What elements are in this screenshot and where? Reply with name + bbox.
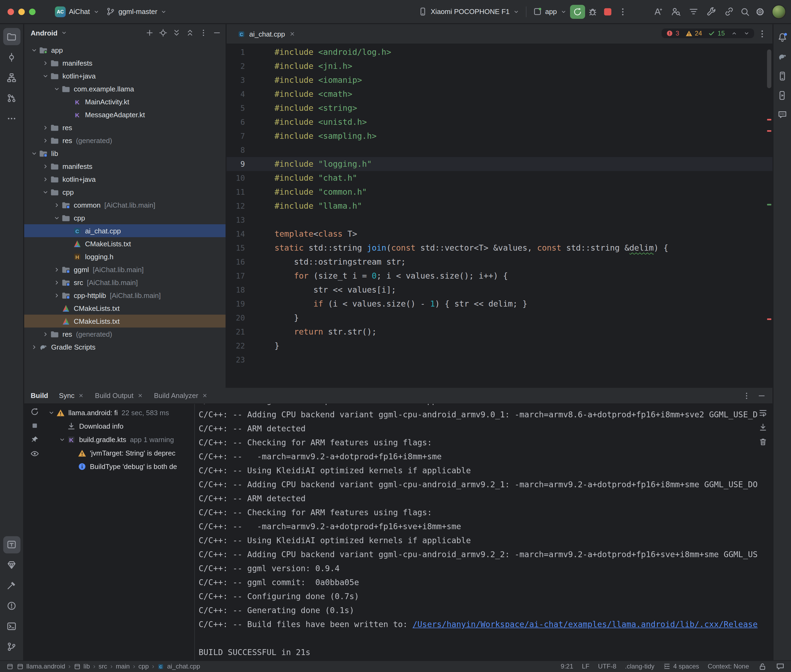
line-number[interactable]: 4 [226, 87, 245, 101]
close-tab-icon[interactable] [78, 393, 84, 398]
structure-tool-button[interactable] [3, 69, 20, 86]
breadcrumb-item[interactable]: Cai_chat.cpp [157, 663, 200, 670]
project-tree-row[interactable]: res(generated) [24, 328, 226, 341]
line-number[interactable]: 9 [226, 157, 245, 171]
close-tab-icon[interactable] [289, 30, 295, 37]
debug-button[interactable] [585, 5, 600, 19]
clang-tidy-widget[interactable]: .clang-tidy [625, 663, 654, 670]
running-devices-tool-button[interactable] [775, 88, 789, 103]
project-tree-row[interactable]: CMakeLists.txt [24, 237, 226, 250]
logcat-tool-button[interactable] [3, 536, 20, 553]
project-tree-row[interactable]: common[AiChat.lib.main] [24, 198, 226, 211]
line-number[interactable]: 10 [226, 171, 245, 185]
notifications-icon[interactable] [775, 662, 785, 671]
problems-tool-button[interactable] [3, 597, 20, 614]
notifications-bell-tool-button[interactable] [775, 30, 789, 45]
encoding-widget[interactable]: UTF-8 [598, 663, 616, 670]
build-console[interactable]: C/C++: -- Using KleidiAI optimized kerne… [195, 404, 772, 660]
indent-widget[interactable]: 4 spaces [663, 663, 699, 670]
project-tree-row[interactable]: Hlogging.h [24, 250, 226, 263]
line-number[interactable]: 19 [226, 297, 245, 311]
build-result-tree[interactable]: llama.android: fi22 sec, 583 msDownload … [45, 406, 194, 660]
project-tool-button[interactable] [3, 28, 20, 45]
settings-button[interactable] [752, 5, 767, 19]
hide-icon[interactable] [213, 29, 221, 37]
build-hammer-tool-button[interactable] [3, 577, 20, 594]
line-ending-widget[interactable]: LF [582, 663, 589, 670]
close-tab-icon[interactable] [202, 393, 208, 398]
passed-count[interactable]: 15 [708, 30, 725, 37]
project-tree-row[interactable]: cpp-httplib[AiChat.lib.main] [24, 289, 226, 302]
chevron-down-icon[interactable] [61, 30, 67, 36]
chevron-right-icon[interactable] [41, 330, 50, 339]
line-number[interactable]: 13 [226, 213, 245, 227]
link-icon[interactable] [724, 6, 734, 17]
project-tree-row[interactable]: ggml[AiChat.lib.main] [24, 263, 226, 276]
chevron-down-icon[interactable] [30, 45, 39, 54]
zoom-button[interactable] [29, 8, 35, 15]
project-tree-row[interactable]: CMakeLists.txt [24, 315, 226, 328]
user-avatar[interactable] [772, 5, 786, 19]
error-count[interactable]: 3 [666, 30, 679, 37]
chevron-down-icon[interactable] [30, 149, 39, 158]
more-vertical-icon[interactable] [199, 29, 208, 37]
inspections-widget[interactable]: 3 24 15 [661, 29, 754, 38]
context-widget[interactable]: Context: None [708, 663, 749, 670]
terminal-tool-button[interactable] [3, 618, 20, 635]
chevron-right-icon[interactable] [30, 342, 39, 352]
scroll-end-icon[interactable] [758, 423, 767, 432]
app-inspection-tool-button[interactable] [3, 556, 20, 574]
line-number[interactable]: 22 [226, 339, 245, 353]
line-number[interactable]: 11 [226, 185, 245, 199]
chevron-right-icon[interactable] [52, 291, 61, 300]
locate-icon[interactable] [159, 29, 167, 37]
vcs-branch-button[interactable]: ggml-master [103, 5, 170, 18]
project-tree[interactable]: appmanifestskotlin+javacom.example.llama… [24, 42, 226, 354]
scrollbar-thumb[interactable] [767, 50, 771, 88]
project-tree-row[interactable]: res [24, 121, 226, 134]
pull-requests-tool-button[interactable] [3, 89, 20, 107]
prev-problem-icon[interactable] [731, 30, 737, 37]
more-horizontal-tool-button[interactable] [3, 110, 20, 127]
chevron-right-icon[interactable] [52, 265, 61, 274]
project-tree-row[interactable]: manifests [24, 56, 226, 69]
project-tree-row[interactable]: cpp [24, 211, 226, 224]
build-panel-title[interactable]: Build [30, 392, 48, 400]
minimize-button[interactable] [18, 8, 25, 15]
build-options-icon[interactable] [742, 391, 751, 400]
line-number[interactable]: 2 [226, 59, 245, 73]
chevron-down-icon[interactable] [52, 84, 61, 93]
stop-button[interactable] [600, 5, 615, 19]
expand-all-icon[interactable] [172, 29, 181, 37]
breadcrumb-item[interactable]: llama.android [17, 663, 65, 670]
tab-build-analyzer[interactable]: Build Analyzer [154, 392, 208, 400]
lock-icon[interactable] [757, 662, 767, 671]
chevron-down-icon[interactable] [41, 71, 50, 80]
breadcrumb-item[interactable]: src [98, 663, 107, 670]
breadcrumb-item[interactable]: cpp [138, 663, 149, 670]
chevron-right-icon[interactable] [52, 278, 61, 287]
collapse-all-icon[interactable] [186, 29, 194, 37]
build-tree-row[interactable]: llama.android: fi22 sec, 583 ms [45, 406, 194, 419]
rerun-icon[interactable] [30, 407, 39, 416]
project-tree-row[interactable]: CMakeLists.txt [24, 302, 226, 315]
close-button[interactable] [8, 8, 14, 15]
warning-count[interactable]: 24 [685, 30, 702, 37]
build-tree-row[interactable]: Download info [45, 419, 194, 433]
chevron-down-icon[interactable] [58, 435, 67, 444]
chevron-right-icon[interactable] [41, 174, 50, 184]
next-problem-icon[interactable] [743, 30, 749, 37]
project-tree-row[interactable]: KMessageAdapter.kt [24, 108, 226, 121]
assistant-tool-button[interactable] [775, 107, 789, 122]
breadcrumb-item[interactable]: lib [74, 663, 90, 670]
project-view-mode[interactable]: Android [30, 29, 58, 37]
line-number[interactable]: 6 [226, 115, 245, 129]
line-number[interactable]: 7 [226, 129, 245, 143]
chevron-down-icon[interactable] [52, 213, 61, 222]
run-button[interactable] [570, 5, 585, 19]
search-everywhere-button[interactable] [737, 5, 752, 19]
project-tree-row[interactable]: manifests [24, 160, 226, 173]
device-selector[interactable]: Xiaomi POCOPHONE F1 [415, 5, 522, 18]
caret-position-widget[interactable]: 9:21 [561, 663, 573, 670]
chevron-right-icon[interactable] [41, 58, 50, 67]
